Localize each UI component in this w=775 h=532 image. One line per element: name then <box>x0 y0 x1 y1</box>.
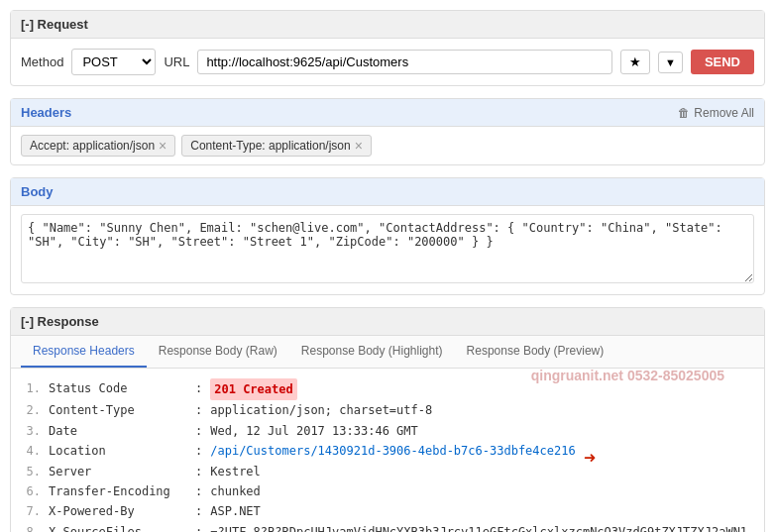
method-select[interactable]: POST GET PUT DELETE <box>71 49 156 75</box>
tab-response-body-raw[interactable]: Response Body (Raw) <box>147 336 289 368</box>
response-line-4: 4. Location : /api/Customers/1430921d-39… <box>21 441 754 461</box>
response-tabs: Response Headers Response Body (Raw) Res… <box>11 336 764 369</box>
dropdown-button[interactable]: ▼ <box>658 52 683 73</box>
trash-icon: 🗑 <box>678 106 690 120</box>
tab-response-headers[interactable]: Response Headers <box>21 336 147 368</box>
response-body: 1. Status Code : 201 Created 2. Content-… <box>11 369 764 532</box>
content-type-header-tag: Content-Type: application/json × <box>181 135 372 157</box>
response-line-2: 2. Content-Type : application/json; char… <box>21 400 754 420</box>
content-type-tag-close[interactable]: × <box>355 139 363 153</box>
response-line-7: 7. X-Powered-By : ASP.NET <box>21 501 754 521</box>
send-button[interactable]: SEND <box>691 50 754 74</box>
response-lines: 1. Status Code : 201 Created 2. Content-… <box>21 378 754 532</box>
url-label: URL <box>164 54 189 69</box>
headers-title: Headers <box>21 105 71 120</box>
response-section-title: [-] Response <box>11 308 764 336</box>
headers-content: Accept: application/json × Content-Type:… <box>11 127 764 164</box>
arrow-icon: ➜ <box>584 441 596 475</box>
response-line-8: 8. X-SourceFiles : =?UTF-8?B?RDpcUHJvamV… <box>21 522 754 532</box>
url-input[interactable] <box>197 50 612 74</box>
response-line-1: 1. Status Code : 201 Created <box>21 378 754 400</box>
accept-header-tag: Accept: application/json × <box>21 135 175 157</box>
body-textarea[interactable]: { "Name": "Sunny Chen", Email: "schen@li… <box>21 214 754 283</box>
method-label: Method <box>21 54 63 69</box>
status-code-value: 201 Created <box>210 378 296 400</box>
response-line-3: 3. Date : Wed, 12 Jul 2017 13:33:46 GMT <box>21 421 754 441</box>
body-title: Body <box>21 184 54 199</box>
accept-tag-close[interactable]: × <box>159 139 166 153</box>
response-line-6: 6. Transfer-Encoding : chunked <box>21 481 754 501</box>
response-line-5: 5. Server : Kestrel <box>21 462 754 481</box>
request-section-title[interactable]: [-] Request <box>11 11 764 39</box>
tab-response-body-highlight[interactable]: Response Body (Highlight) <box>289 336 455 368</box>
remove-all-button[interactable]: 🗑 Remove All <box>678 106 754 120</box>
star-button[interactable]: ★ <box>620 50 650 74</box>
location-value: /api/Customers/1430921d-3906-4ebd-b7c6-3… <box>210 441 575 461</box>
tab-response-body-preview[interactable]: Response Body (Preview) <box>455 336 616 368</box>
